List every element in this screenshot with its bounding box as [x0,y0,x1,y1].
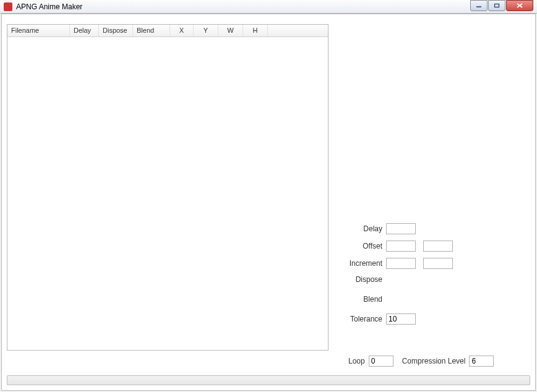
compression-label: Compression Level [402,357,466,365]
increment-row: Increment [348,258,453,269]
progress-bar [7,375,530,385]
delay-label: Delay [348,224,382,233]
delay-input[interactable] [386,223,416,234]
window-title: APNG Anime Maker [16,2,82,11]
blend-label: Blend [348,295,382,304]
dispose-label: Dispose [348,275,382,284]
col-h[interactable]: H [243,25,268,36]
minimize-icon [476,3,482,8]
col-delay[interactable]: Delay [70,25,99,36]
right-panel: Delay Offset Increment Dispose [333,19,530,372]
offset-x-input[interactable] [386,241,416,252]
col-w[interactable]: W [218,25,243,36]
app-icon [4,2,12,11]
tolerance-label: Tolerance [348,315,382,323]
col-spacer [268,25,328,36]
offset-row: Offset [348,241,453,252]
offset-label: Offset [348,242,382,250]
delay-row: Delay [348,223,416,234]
title-bar: APNG Anime Maker [0,0,537,14]
loop-label: Loop [348,357,365,365]
compression-input[interactable] [469,356,494,367]
loop-input[interactable] [369,356,393,367]
col-dispose[interactable]: Dispose [99,25,133,36]
app-body: Filename Delay Dispose Blend X Y W H Del… [1,14,536,391]
col-filename[interactable]: Filename [7,25,70,36]
bottom-row: Loop Compression Level [348,356,494,367]
maximize-icon [494,3,500,8]
window-controls [470,0,533,11]
frame-table[interactable]: Filename Delay Dispose Blend X Y W H [7,24,329,351]
table-header: Filename Delay Dispose Blend X Y W H [7,25,328,37]
offset-y-input[interactable] [423,241,453,252]
tolerance-input[interactable] [386,313,416,325]
col-blend[interactable]: Blend [133,25,170,36]
maximize-button[interactable] [488,0,505,11]
increment-y-input[interactable] [423,258,453,269]
blend-row: Blend [348,295,386,304]
close-icon [516,3,523,8]
col-y[interactable]: Y [194,25,218,36]
dispose-row: Dispose [348,275,386,284]
increment-label: Increment [348,259,382,268]
minimize-button[interactable] [470,0,488,11]
increment-x-input[interactable] [386,258,416,269]
tolerance-row: Tolerance [348,313,416,325]
col-x[interactable]: X [170,25,194,36]
close-button[interactable] [506,0,533,11]
svg-rect-1 [495,4,499,7]
